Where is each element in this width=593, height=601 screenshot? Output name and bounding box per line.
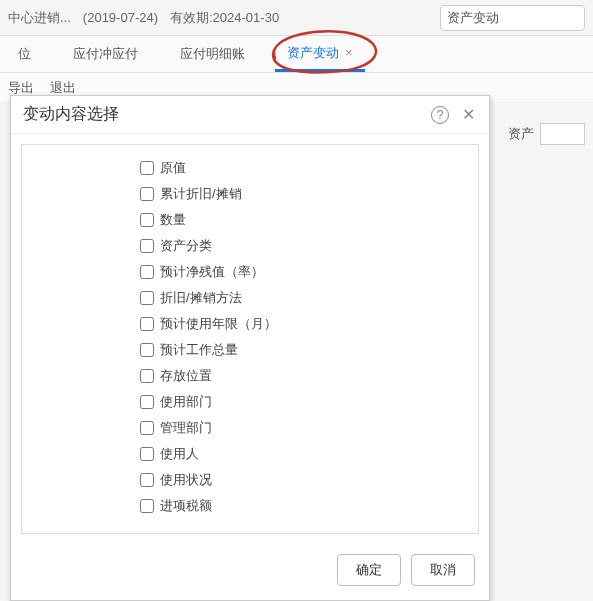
tab-label: 位 <box>18 45 31 63</box>
option-row[interactable]: 预计使用年限（月） <box>140 311 478 337</box>
tab-item[interactable]: 应付冲应付 <box>61 36 150 72</box>
close-icon[interactable]: ✕ <box>459 106 477 124</box>
option-label: 累计折旧/摊销 <box>160 185 242 203</box>
tab-item[interactable]: 位 <box>6 36 43 72</box>
option-label: 进项税额 <box>160 497 212 515</box>
dialog-header: 变动内容选择 ? ✕ <box>11 96 489 134</box>
option-label: 预计工作总量 <box>160 341 238 359</box>
option-checkbox[interactable] <box>140 265 154 279</box>
help-icon[interactable]: ? <box>431 106 449 124</box>
option-row[interactable]: 数量 <box>140 207 478 233</box>
option-label: 预计净残值（率） <box>160 263 264 281</box>
close-tab-icon[interactable]: × <box>345 45 353 60</box>
tab-label: 应付明细账 <box>180 45 245 63</box>
exit-button[interactable]: 退出 <box>50 79 76 97</box>
option-row[interactable]: 使用部门 <box>140 389 478 415</box>
title-truncated: 中心进销... <box>8 9 71 27</box>
option-checkbox[interactable] <box>140 343 154 357</box>
option-row[interactable]: 累计折旧/摊销 <box>140 181 478 207</box>
option-label: 预计使用年限（月） <box>160 315 277 333</box>
option-label: 使用部门 <box>160 393 212 411</box>
header-validity: 有效期:2024-01-30 <box>170 9 279 27</box>
search-input[interactable] <box>447 10 593 25</box>
option-checkbox[interactable] <box>140 291 154 305</box>
option-checkbox[interactable] <box>140 213 154 227</box>
option-row[interactable]: 使用人 <box>140 441 478 467</box>
option-checkbox[interactable] <box>140 421 154 435</box>
option-checkbox[interactable] <box>140 187 154 201</box>
header-bar: 中心进销... (2019-07-24) 有效期:2024-01-30 <box>0 0 593 35</box>
option-label: 使用人 <box>160 445 199 463</box>
option-checkbox[interactable] <box>140 447 154 461</box>
tab-label: 应付冲应付 <box>73 45 138 63</box>
option-label: 折旧/摊销方法 <box>160 289 242 307</box>
option-row[interactable]: 预计工作总量 <box>140 337 478 363</box>
export-button[interactable]: 导出 <box>8 79 34 97</box>
option-row[interactable]: 资产分类 <box>140 233 478 259</box>
option-checkbox[interactable] <box>140 395 154 409</box>
option-row[interactable]: 进项税额 <box>140 493 478 519</box>
option-row[interactable]: 使用状况 <box>140 467 478 493</box>
option-row[interactable]: 预计净残值（率） <box>140 259 478 285</box>
option-checkbox[interactable] <box>140 369 154 383</box>
search-box[interactable] <box>440 5 585 31</box>
tab-bar: 位 应付冲应付 应付明细账 资产变动 × <box>0 35 593 73</box>
tab-label: 资产变动 <box>287 44 339 62</box>
option-checkbox[interactable] <box>140 239 154 253</box>
option-row[interactable]: 存放位置 <box>140 363 478 389</box>
tab-asset-change[interactable]: 资产变动 × <box>275 36 365 72</box>
option-checkbox[interactable] <box>140 473 154 487</box>
tab-item[interactable]: 应付明细账 <box>168 36 257 72</box>
option-row[interactable]: 原值 <box>140 155 478 181</box>
dialog-body: 原值累计折旧/摊销数量资产分类预计净残值（率）折旧/摊销方法预计使用年限（月）预… <box>21 144 479 534</box>
option-label: 数量 <box>160 211 186 229</box>
option-label: 管理部门 <box>160 419 212 437</box>
asset-field-input[interactable] <box>540 123 585 145</box>
option-label: 使用状况 <box>160 471 212 489</box>
asset-field-label: 资产 <box>508 125 534 143</box>
option-row[interactable]: 管理部门 <box>140 415 478 441</box>
change-content-dialog: 变动内容选择 ? ✕ 原值累计折旧/摊销数量资产分类预计净残值（率）折旧/摊销方… <box>10 95 490 601</box>
option-checkbox[interactable] <box>140 317 154 331</box>
option-checkbox[interactable] <box>140 161 154 175</box>
option-label: 资产分类 <box>160 237 212 255</box>
option-label: 原值 <box>160 159 186 177</box>
ok-button[interactable]: 确定 <box>337 554 401 586</box>
option-label: 存放位置 <box>160 367 212 385</box>
dialog-title: 变动内容选择 <box>23 104 119 125</box>
header-date: (2019-07-24) <box>83 10 158 25</box>
dialog-footer: 确定 取消 <box>11 544 489 600</box>
option-row[interactable]: 折旧/摊销方法 <box>140 285 478 311</box>
cancel-button[interactable]: 取消 <box>411 554 475 586</box>
option-checkbox[interactable] <box>140 499 154 513</box>
